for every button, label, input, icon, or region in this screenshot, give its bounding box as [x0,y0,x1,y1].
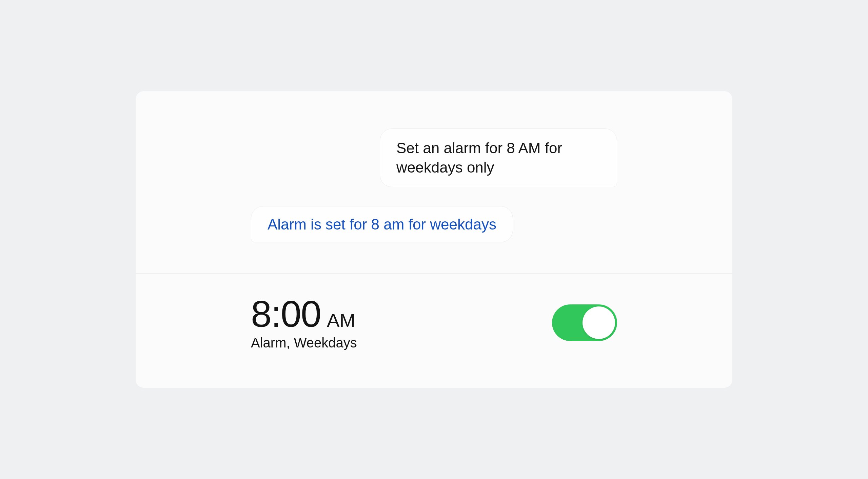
alarm-time: 8:00 [251,295,321,333]
chat-area: Set an alarm for 8 AM for weekdays only … [136,91,732,273]
assistant-message-text: Alarm is set for 8 am for weekdays [268,216,496,233]
alarm-toggle[interactable] [552,304,617,341]
alarm-row: 8:00 AM Alarm, Weekdays [136,273,732,388]
alarm-time-row: 8:00 AM [251,295,357,333]
alarm-card: Set an alarm for 8 AM for weekdays only … [136,91,732,388]
user-message-bubble: Set an alarm for 8 AM for weekdays only [380,128,617,187]
alarm-info: 8:00 AM Alarm, Weekdays [251,295,357,351]
alarm-subtitle: Alarm, Weekdays [251,335,357,351]
toggle-knob [583,306,615,339]
user-message-text: Set an alarm for 8 AM for weekdays only [396,140,562,176]
alarm-period: AM [327,309,355,331]
assistant-message-bubble: Alarm is set for 8 am for weekdays [251,206,513,242]
